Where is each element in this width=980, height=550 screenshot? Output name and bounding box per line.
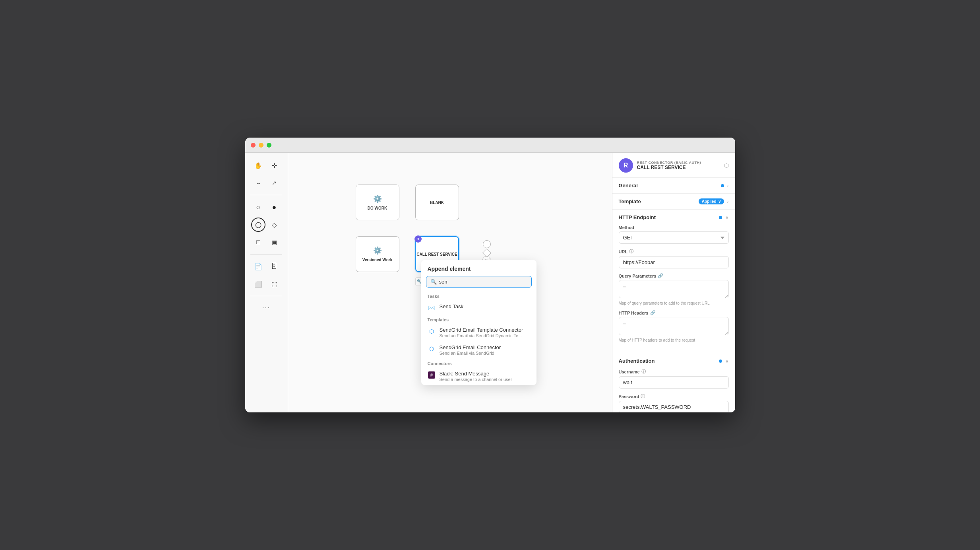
frame-tool[interactable]: ⬜ — [251, 277, 265, 291]
node-do-work[interactable]: ⚙️ DO WORK — [356, 185, 399, 220]
slack-icon: # — [428, 371, 436, 379]
http-chevron: ∨ — [725, 215, 729, 220]
maximize-button[interactable] — [267, 143, 271, 148]
diamond-tool[interactable]: ◇ — [267, 218, 281, 232]
general-dot — [721, 184, 724, 187]
http-dot — [719, 216, 722, 219]
select-tool[interactable]: ⬚ — [267, 277, 281, 291]
panel-avatar: R — [619, 158, 633, 173]
app-body: ✋ ✛ ↔ ↗ ○ ● ◯ ◇ □ ▣ 📄 🗄 — [245, 153, 735, 412]
separator-3 — [250, 296, 282, 296]
item-sendgrid-email[interactable]: ⬡ SendGrid Email Connector Send an Email… — [421, 341, 536, 359]
send-task-icon: ✉️ — [428, 304, 436, 312]
sendgrid-email-name: SendGrid Email Connector — [440, 344, 501, 350]
password-label: Password ⓘ — [619, 393, 729, 399]
http-headers-label: HTTP Headers 🔗 — [619, 310, 729, 315]
ctx-circle-1[interactable] — [483, 240, 491, 248]
db-tool[interactable]: 🗄 — [267, 259, 281, 274]
method-select[interactable]: GET POST PUT DELETE PATCH — [619, 231, 729, 244]
panel-header: R REST CONNECTOR (BASIC AUTH) CALL REST … — [612, 153, 735, 178]
shape2-tool[interactable]: ▣ — [267, 235, 281, 249]
sendgrid-email-desc: Send an Email via SendGrid — [440, 351, 501, 356]
item-send-task[interactable]: ✉️ Send Task — [421, 300, 536, 315]
page-tool[interactable]: 📄 — [251, 259, 265, 274]
auth-chevron: ∨ — [725, 358, 729, 364]
http-headers-link-icon[interactable]: 🔗 — [650, 310, 656, 315]
field-username: Username ⓘ — [619, 369, 729, 389]
move-tool[interactable]: ✛ — [267, 158, 281, 173]
search-icon: 🔍 — [430, 279, 437, 285]
section-auth-header[interactable]: Authentication ∨ — [612, 353, 735, 369]
panel-connector-type: REST CONNECTOR (BASIC AUTH) — [637, 161, 720, 165]
field-url: URL ⓘ — [619, 249, 729, 268]
url-label: URL ⓘ — [619, 249, 729, 255]
circle-tool[interactable]: ○ — [251, 200, 265, 214]
append-dropdown: Append element 🔍 Tasks ✉️ Send Task Temp… — [421, 260, 536, 385]
section-authentication: Authentication ∨ Username ⓘ — [612, 353, 735, 412]
node-blank[interactable]: BLANK — [415, 185, 459, 220]
section-http-header[interactable]: HTTP Endpoint ∨ — [612, 210, 735, 225]
panel-title: CALL REST SERVICE — [637, 165, 720, 170]
canvas-area[interactable]: ⚙️ DO WORK BLANK ⚙️ Versioned Work R CAL… — [288, 153, 612, 412]
close-button[interactable] — [251, 143, 256, 148]
tool-row-3: ○ ● — [251, 200, 281, 214]
separator-2 — [250, 254, 282, 255]
section-general-header[interactable]: General › — [612, 178, 735, 193]
sendgrid-template-icon: ⬡ — [428, 327, 436, 335]
field-password: Password ⓘ — [619, 393, 729, 412]
url-input[interactable] — [619, 256, 729, 268]
append-title: Append element — [421, 260, 536, 276]
tool-row-7: ⬜ ⬚ — [251, 277, 281, 291]
applied-label: Applied — [702, 199, 717, 204]
section-auth-left: Authentication — [619, 358, 655, 364]
arrow-tool[interactable]: ↗ — [267, 176, 281, 190]
do-work-label: DO WORK — [368, 206, 387, 211]
section-general-left: General — [619, 183, 638, 189]
sendgrid-email-text: SendGrid Email Connector Send an Email v… — [440, 344, 501, 356]
query-params-textarea[interactable]: = — [619, 280, 729, 298]
search-input[interactable] — [439, 279, 527, 285]
item-slack[interactable]: # Slack: Send Message Send a message to … — [421, 367, 536, 385]
send-task-name: Send Task — [440, 303, 463, 309]
section-template-name: Template — [619, 198, 641, 204]
username-info-icon[interactable]: ⓘ — [641, 369, 646, 375]
do-work-icon: ⚙️ — [373, 194, 382, 203]
circle-outline-tool[interactable]: ◯ — [251, 218, 265, 232]
section-tasks-header: Tasks — [421, 292, 536, 300]
node-versioned-work[interactable]: ⚙️ Versioned Work — [356, 236, 399, 272]
http-headers-hint: Map of HTTP headers to add to the reques… — [619, 338, 729, 342]
password-info-icon[interactable]: ⓘ — [641, 393, 645, 399]
auth-dot — [719, 360, 722, 363]
section-template-left: Template — [619, 198, 641, 204]
section-general-name: General — [619, 183, 638, 189]
http-headers-textarea[interactable]: = — [619, 317, 729, 335]
section-template: Template Applied ∨ › — [612, 194, 735, 210]
section-auth-name: Authentication — [619, 358, 655, 364]
section-http-endpoint: HTTP Endpoint ∨ Method GET POST PUT — [612, 210, 735, 353]
right-panel: R REST CONNECTOR (BASIC AUTH) CALL REST … — [612, 153, 735, 412]
password-input[interactable] — [619, 401, 729, 412]
versioned-work-label: Versioned Work — [362, 257, 392, 262]
resize-tool[interactable]: ↔ — [251, 176, 265, 190]
search-box: 🔍 — [426, 276, 532, 288]
square-tool[interactable]: □ — [251, 235, 265, 249]
field-method: Method GET POST PUT DELETE PATCH — [619, 225, 729, 244]
external-link-icon[interactable]: ⬡ — [724, 162, 729, 169]
url-info-icon[interactable]: ⓘ — [629, 249, 633, 255]
sendgrid-template-text: SendGrid Email Template Connector Send a… — [440, 327, 523, 338]
query-params-link-icon[interactable]: 🔗 — [658, 273, 663, 278]
svg-text:#: # — [430, 373, 433, 377]
circle-bold-tool[interactable]: ● — [267, 200, 281, 214]
general-chevron: › — [727, 183, 729, 189]
tool-row-4: ◯ ◇ — [251, 218, 281, 232]
more-tools-button[interactable]: ··· — [262, 303, 270, 312]
item-sendgrid-template[interactable]: ⬡ SendGrid Email Template Connector Send… — [421, 324, 536, 341]
section-http-left: HTTP Endpoint — [619, 214, 656, 220]
username-input[interactable] — [619, 376, 729, 389]
hand-tool[interactable]: ✋ — [251, 158, 265, 173]
sendgrid-email-icon: ⬡ — [428, 345, 436, 353]
section-template-header[interactable]: Template Applied ∨ › — [612, 194, 735, 209]
tool-row-5: □ ▣ — [251, 235, 281, 249]
slack-desc: Send a message to a channel or user — [440, 377, 512, 382]
minimize-button[interactable] — [259, 143, 263, 148]
